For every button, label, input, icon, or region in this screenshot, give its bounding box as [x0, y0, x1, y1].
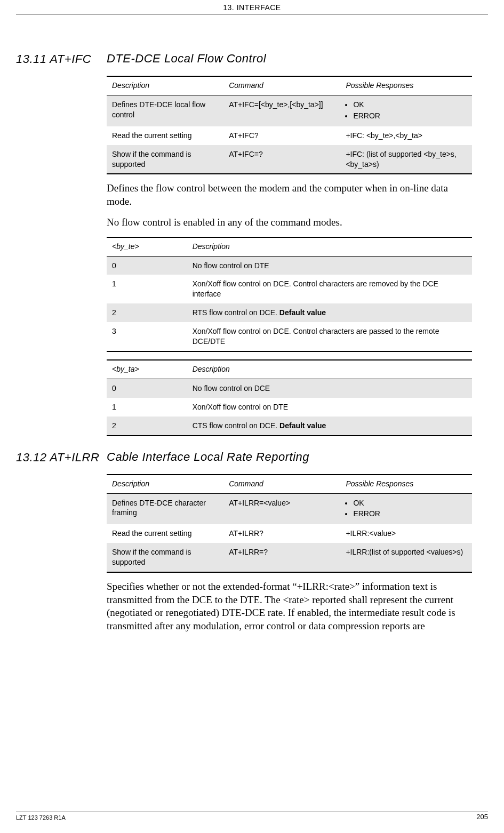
- cell: 3: [107, 322, 187, 351]
- cell: No flow control on DCE: [187, 379, 472, 397]
- section-title: Cable Interface Local Rate Reporting: [107, 450, 309, 464]
- section-heading: 13.11 AT+IFC DTE-DCE Local Flow Control: [16, 52, 472, 66]
- table-row: Show if the command is supported AT+IFC=…: [107, 145, 472, 174]
- table-row: 0 No flow control on DCE: [107, 379, 472, 397]
- table-row: 0 No flow control on DTE: [107, 256, 472, 275]
- cell: AT+IFC=?: [223, 145, 340, 174]
- table-row: Defines DTE-DCE character framing AT+ILR…: [107, 493, 472, 524]
- table-row: Read the current setting AT+ILRR? +ILRR:…: [107, 524, 472, 543]
- cell: AT+ILRR=?: [223, 543, 340, 572]
- cell: OK ERROR: [340, 95, 472, 126]
- col-header: Command: [223, 475, 340, 494]
- param-table-byta: <by_ta> Description 0 No flow control on…: [107, 359, 472, 436]
- cell: Defines DTE-DCE local flow control: [107, 95, 223, 126]
- resp-item: ERROR: [353, 509, 467, 519]
- doc-id: LZT 123 7263 R1A: [16, 814, 66, 821]
- running-header: 13. INTERFACE: [16, 0, 488, 14]
- cell: 1: [107, 398, 187, 416]
- section-body: Description Command Possible Responses D…: [107, 474, 472, 633]
- table-row: Show if the command is supported AT+ILRR…: [107, 543, 472, 572]
- col-header: <by_te>: [107, 237, 187, 257]
- section-title: DTE-DCE Local Flow Control: [107, 52, 266, 66]
- col-header: Command: [223, 76, 340, 95]
- default-tag: Default value: [279, 421, 326, 430]
- col-header: <by_ta>: [107, 360, 187, 379]
- cell: +IFC: <by_te>,<by_ta>: [340, 126, 472, 145]
- cell: AT+ILRR?: [223, 524, 340, 543]
- paragraph: No flow control is enabled in any of the…: [107, 216, 472, 229]
- cell: CTS flow control on DCE. Default value: [187, 416, 472, 436]
- cell: Defines DTE-DCE character framing: [107, 493, 223, 524]
- cell: AT+ILRR=<value>: [223, 493, 340, 524]
- command-table: Description Command Possible Responses D…: [107, 76, 472, 174]
- cell: 2: [107, 416, 187, 436]
- resp-item: OK: [353, 498, 467, 508]
- cell: Show if the command is supported: [107, 543, 223, 572]
- section-body: Description Command Possible Responses D…: [107, 76, 472, 436]
- page-footer: LZT 123 7263 R1A 205: [16, 812, 488, 822]
- table-row: Defines DTE-DCE local flow control AT+IF…: [107, 95, 472, 126]
- cell: RTS flow control on DCE. Default value: [187, 303, 472, 322]
- cell: Xon/Xoff flow control on DTE: [187, 398, 472, 416]
- col-header: Possible Responses: [340, 76, 472, 95]
- table-row: 2 RTS flow control on DCE. Default value: [107, 303, 472, 322]
- table-row: 1 Xon/Xoff flow control on DCE. Control …: [107, 275, 472, 303]
- cell-text: RTS flow control on DCE.: [193, 308, 279, 317]
- cell: AT+IFC?: [223, 126, 340, 145]
- cell: OK ERROR: [340, 493, 472, 524]
- cell: Xon/Xoff flow control on DCE. Control ch…: [187, 322, 472, 351]
- cell: +IFC: (list of supported <by_te>s,<by_ta…: [340, 145, 472, 174]
- paragraph: Specifies whether or not the extended-fo…: [107, 580, 472, 633]
- resp-item: OK: [353, 100, 467, 110]
- cell: 0: [107, 379, 187, 397]
- cell: AT+IFC=[<by_te>,[<by_ta>]]: [223, 95, 340, 126]
- cell: No flow control on DTE: [187, 256, 472, 275]
- table-row: 2 CTS flow control on DCE. Default value: [107, 416, 472, 436]
- cell: Read the current setting: [107, 524, 223, 543]
- table-row: 3 Xon/Xoff flow control on DCE. Control …: [107, 322, 472, 351]
- cell: +ILRR:(list of supported <values>s): [340, 543, 472, 572]
- col-header: Description: [187, 360, 472, 379]
- page-number: 205: [476, 813, 488, 821]
- cell-text: CTS flow control on DCE.: [193, 421, 279, 430]
- command-table: Description Command Possible Responses D…: [107, 474, 472, 573]
- resp-item: ERROR: [353, 111, 467, 121]
- cell: 0: [107, 256, 187, 275]
- col-header: Description: [107, 475, 223, 494]
- col-header: Description: [187, 237, 472, 257]
- param-table-byte: <by_te> Description 0 No flow control on…: [107, 237, 472, 352]
- cell: Show if the command is supported: [107, 145, 223, 174]
- cell: +ILRR:<value>: [340, 524, 472, 543]
- paragraph: Defines the flow control between the mod…: [107, 182, 472, 208]
- table-row: 1 Xon/Xoff flow control on DTE: [107, 398, 472, 416]
- cell: Xon/Xoff flow control on DCE. Control ch…: [187, 275, 472, 303]
- section-number: 13.12 AT+ILRR: [16, 450, 107, 464]
- page-content: 13.11 AT+IFC DTE-DCE Local Flow Control …: [0, 14, 504, 633]
- col-header: Possible Responses: [340, 475, 472, 494]
- cell: Read the current setting: [107, 126, 223, 145]
- col-header: Description: [107, 76, 223, 95]
- section-number: 13.11 AT+IFC: [16, 52, 107, 66]
- cell: 2: [107, 303, 187, 322]
- section-heading: 13.12 AT+ILRR Cable Interface Local Rate…: [16, 450, 472, 464]
- default-tag: Default value: [279, 308, 326, 317]
- table-row: Read the current setting AT+IFC? +IFC: <…: [107, 126, 472, 145]
- cell: 1: [107, 275, 187, 303]
